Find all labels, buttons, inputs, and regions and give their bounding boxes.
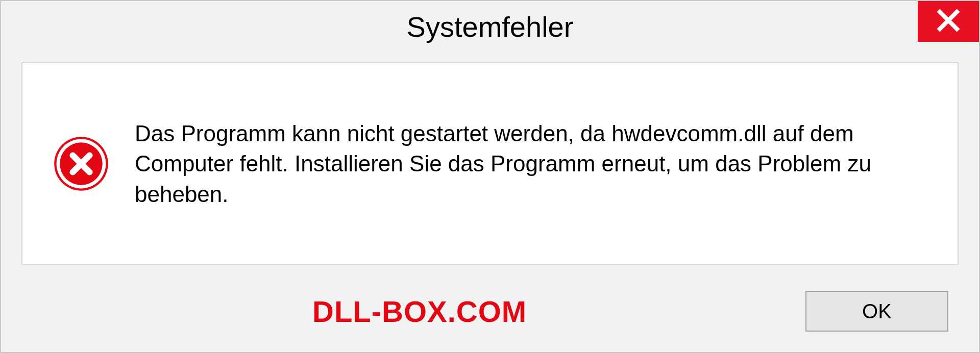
close-button[interactable] bbox=[918, 1, 979, 42]
content-panel: Das Programm kann nicht gestartet werden… bbox=[21, 62, 959, 265]
titlebar: Systemfehler bbox=[1, 1, 979, 52]
ok-button[interactable]: OK bbox=[805, 291, 948, 332]
close-icon bbox=[936, 8, 961, 35]
watermark-text: DLL-BOX.COM bbox=[312, 294, 527, 329]
error-message: Das Programm kann nicht gestartet werden… bbox=[135, 118, 927, 209]
dialog-title: Systemfehler bbox=[407, 10, 574, 43]
error-dialog: Systemfehler Das Programm kann nicht ges… bbox=[0, 0, 980, 353]
dialog-footer: DLL-BOX.COM OK bbox=[1, 281, 979, 352]
error-icon bbox=[53, 136, 109, 192]
